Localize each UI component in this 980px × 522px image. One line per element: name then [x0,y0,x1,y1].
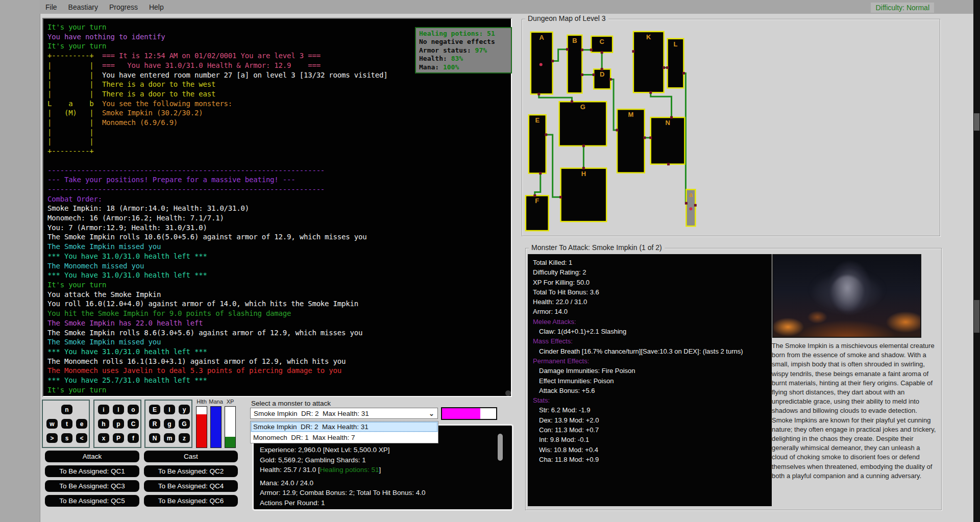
key-button-I[interactable]: I [164,405,175,414]
map-door [649,91,652,94]
map-door [632,50,634,53]
monster-stat-line: Total Killed: 1 [533,258,767,267]
cast-button[interactable]: Cast [144,451,238,462]
map-room-label-G: G [580,103,585,111]
xp-bar [225,406,236,448]
key-button-G[interactable]: G [179,419,190,429]
map-corridor [539,94,572,102]
log-line: You attack the Smoke Impkin [47,290,511,300]
key-button-R[interactable]: R [149,419,160,429]
scrollbar-thumb[interactable] [974,300,979,333]
combobox-value: Smoke Impkin DR: 2 Max Health: 31 [254,410,369,417]
key-button-E[interactable]: E [149,405,160,414]
key-button-x[interactable]: x [98,433,109,443]
log-line: The Smoke Impkin has 22.0 health left [47,318,511,328]
monster-stat-line: Stats: [533,395,767,405]
game-log[interactable]: It's your turnYou have nothing to identi… [42,18,512,397]
menu-item-progress[interactable]: Progress [104,2,143,13]
key-button-e[interactable]: e [76,419,87,429]
map-room-label-K: K [646,33,651,41]
log-line [47,156,511,166]
selected-monster-health-bar [441,407,497,420]
key-button-n[interactable]: n [61,405,72,414]
key-button-N[interactable]: N [149,433,160,443]
key-button->[interactable]: > [46,433,58,443]
menu-bar: FileBeastiaryProgressHelp [40,0,974,14]
qc-button-2[interactable]: To Be Assigned: QC2 [144,465,238,477]
map-door [666,66,669,69]
map-door [670,116,673,119]
attack-button[interactable]: Attack [45,451,139,462]
log-line: +---------+ [47,146,511,156]
map-door [694,204,697,207]
monster-stat-line: Health: 22.0 / 31.0 [533,297,767,307]
monster-select-dropdown[interactable]: Smoke Impkin DR: 2 Max Health: 31Monomec… [250,421,438,443]
log-line: The Smoke Impkin missed you [47,337,511,347]
hlth-bar [196,406,207,448]
log-line: ----------------------------------------… [47,166,511,176]
player-status-box: Healing potions: 51No negative effectsAr… [415,27,512,73]
player-stat-line: Unspent stat points: 5 [260,508,506,511]
log-line: | | There is a door to the west [47,80,511,89]
dropdown-option-2[interactable]: Monomech DR: 1 Max Health: 7 [251,432,438,443]
qc-button-5[interactable]: To Be Assigned: QC5 [45,495,139,507]
key-button-s[interactable]: s [61,433,72,443]
log-line: *** You have 31.0/31.0 health left *** [47,252,511,261]
resize-grip[interactable] [505,390,511,396]
monster-panel-title: Monster To Attack: Smoke Impkin (1 of 2) [529,243,665,252]
key-button-m[interactable]: m [164,433,175,443]
map-door [609,78,612,81]
key-button-l[interactable]: l [113,405,124,414]
player-stats-scrollbar-thumb[interactable] [498,434,503,461]
log-line: It's your turn [47,280,511,290]
monster-description: The Smoke Impkin is a mischievous elemen… [772,341,937,481]
map-door [537,93,540,95]
keypad-group-2: ilohpCxPf [93,400,141,448]
log-line: The Monomech rolls 16.1(13.0+3.1) agains… [47,357,511,366]
key-button-w[interactable]: w [46,419,58,429]
key-button-y[interactable]: y [179,405,190,414]
qc-button-3[interactable]: To Be Assigned: QC3 [45,480,139,492]
qc-button-6[interactable]: To Be Assigned: QC6 [144,495,238,507]
monster-stat-line: XP For Killing: 50.0 [533,278,767,287]
xp-bar-label: XP [223,399,237,405]
key-button-t[interactable]: t [61,419,72,429]
player-stat-line: Armor: 12.9; Combat Bonus: 2; Total To H… [260,488,506,498]
xp-bar-fill [225,437,235,448]
mana-bar-fill [211,407,221,448]
qc-button-4[interactable]: To Be Assigned: QC4 [144,480,238,492]
menu-item-help[interactable]: Help [143,2,169,13]
hlth-bar-fill [197,414,207,448]
key-button-z[interactable]: z [179,433,190,443]
key-button-f[interactable]: f [128,433,139,443]
monster-select-combobox[interactable]: Smoke Impkin DR: 2 Max Health: 31 ⌄ [250,408,438,419]
map-door [582,167,585,169]
difficulty-label: Difficulty: Normal [871,3,934,13]
monster-stat-line: Cinder Breath [16.7% chance/turn][Save:1… [533,346,767,356]
scrollbar-thumb[interactable] [974,113,979,131]
key-button-h[interactable]: h [98,419,109,429]
map-door [545,133,547,136]
menu-item-beastiary[interactable]: Beastiary [63,2,104,13]
qc-button-1[interactable]: To Be Assigned: QC1 [45,465,139,477]
monster-stat-line: Difficulty Rating: 2 [533,267,767,277]
key-button-o[interactable]: o [128,405,139,414]
right-scrollbar-track[interactable] [973,0,980,522]
dropdown-option-1[interactable]: Smoke Impkin DR: 2 Max Health: 31 [251,421,438,432]
monster-stat-line: Str: 6.2 Mod: -1.9 [533,405,767,415]
key-button-p[interactable]: p [113,419,124,429]
key-button-<[interactable]: < [76,433,87,443]
key-button-C[interactable]: C [128,419,139,429]
status-line: Health: 83% [419,55,508,63]
key-button-i[interactable]: i [98,405,109,414]
key-button-g[interactable]: g [164,419,175,429]
map-door [682,72,685,74]
monster-stat-line: Cha: 11.8 Mod: +0.9 [533,455,767,464]
key-button-P[interactable]: P [113,433,124,443]
map-door [601,51,603,54]
monster-stat-line: Int: 9.8 Mod: -0.1 [533,435,767,444]
map-door [616,129,619,131]
map-room-label-L: L [674,40,678,48]
log-line: Monomech: 16 (Armor:16.2; Health: 7.1/7.… [47,213,511,223]
menu-item-file[interactable]: File [40,2,63,13]
